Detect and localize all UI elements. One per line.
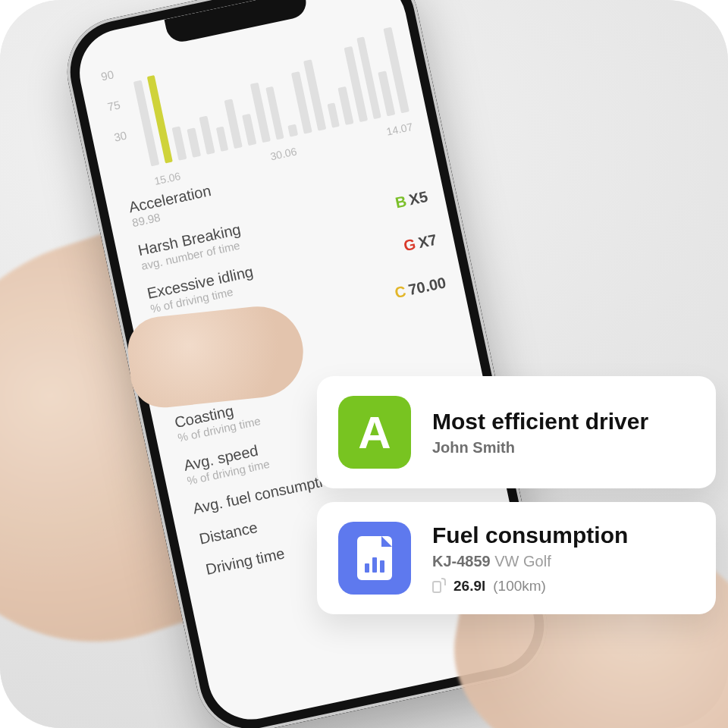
metric-title: Driving time bbox=[204, 544, 286, 578]
metric-score: GX7 bbox=[402, 231, 438, 255]
vehicle-line: KJ-4859 VW Golf bbox=[432, 553, 695, 570]
score-value: 70.00 bbox=[406, 274, 447, 298]
chart-bar[interactable] bbox=[215, 126, 228, 152]
vehicle-plate: KJ-4859 bbox=[432, 553, 491, 570]
score-value: X5 bbox=[407, 187, 429, 208]
metric-title: Distance bbox=[198, 519, 259, 548]
chart-bar[interactable] bbox=[172, 126, 187, 160]
fuel-value-line: 26.9l (100km) bbox=[432, 578, 695, 595]
chart-bars bbox=[130, 14, 410, 166]
score-grade: B bbox=[394, 192, 408, 211]
file-chart-icon bbox=[338, 522, 411, 595]
score-value: X7 bbox=[416, 231, 438, 251]
fuel-value: 26.9l bbox=[453, 578, 485, 595]
card-most-efficient-driver[interactable]: A Most efficient driver John Smith bbox=[317, 376, 716, 488]
grade-letter: A bbox=[358, 406, 391, 459]
x-tick: 30.06 bbox=[269, 145, 298, 162]
metric-score: C70.00 bbox=[393, 274, 447, 302]
chart-bar[interactable] bbox=[378, 71, 396, 117]
vehicle-model: VW Golf bbox=[494, 553, 551, 570]
y-tick: 75 bbox=[106, 98, 121, 113]
chart-bar[interactable] bbox=[199, 116, 215, 155]
y-tick: 30 bbox=[113, 129, 128, 144]
grade-badge-a-icon: A bbox=[338, 396, 411, 469]
y-tick: 90 bbox=[100, 67, 115, 83]
card-title: Fuel consumption bbox=[432, 522, 695, 548]
card-title: Most efficient driver bbox=[432, 409, 695, 435]
score-grade: C bbox=[393, 282, 407, 301]
chart-bar[interactable] bbox=[327, 102, 340, 128]
driver-name: John Smith bbox=[432, 439, 695, 457]
x-tick: 15.06 bbox=[153, 170, 182, 187]
x-tick: 14.07 bbox=[385, 121, 414, 138]
score-grade: G bbox=[402, 235, 417, 254]
chart-y-axis: 90 75 30 bbox=[100, 67, 128, 143]
overlay-cards: A Most efficient driver John Smith Fuel … bbox=[317, 376, 716, 614]
fuel-per: (100km) bbox=[493, 578, 546, 595]
chart-bar[interactable] bbox=[242, 114, 256, 146]
card-fuel-consumption[interactable]: Fuel consumption KJ-4859 VW Golf 26.9l (… bbox=[317, 502, 716, 614]
chart-bar[interactable] bbox=[224, 99, 243, 149]
metric-score: BX5 bbox=[394, 187, 429, 211]
chart-bar[interactable] bbox=[338, 86, 354, 125]
product-visual: 90 75 30 15.06 30.06 14.07 Acceleration8… bbox=[0, 0, 728, 728]
fuel-pump-icon bbox=[432, 578, 446, 595]
chart-bar[interactable] bbox=[288, 124, 299, 137]
chart-bar[interactable] bbox=[187, 127, 201, 158]
